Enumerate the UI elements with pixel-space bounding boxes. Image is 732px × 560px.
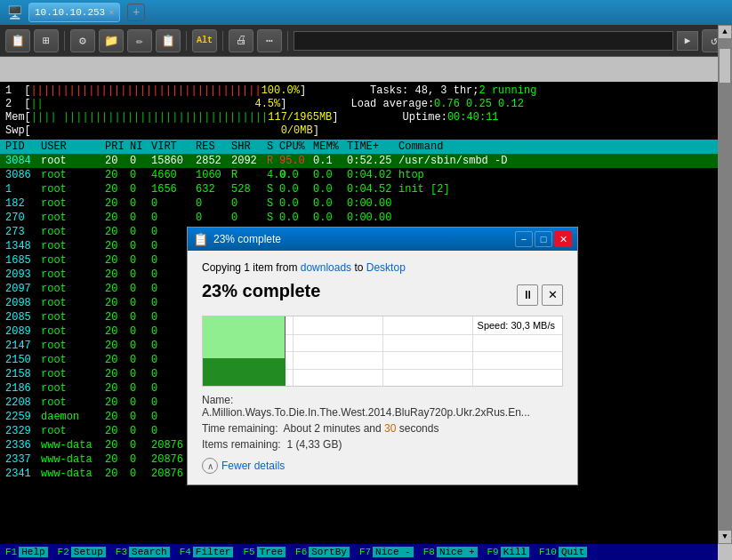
- col-pid: PID: [5, 140, 41, 153]
- tasks-running: 2 running: [479, 84, 537, 98]
- dialog-minimize-button[interactable]: −: [515, 231, 533, 247]
- alt-button[interactable]: Alt: [192, 29, 217, 52]
- time-value: About 2 minutes and: [284, 422, 384, 435]
- name-value: A.Million.Ways.To.Die.In.The.West.2014.B…: [202, 406, 530, 419]
- table-row[interactable]: 1 root 20 0 1656 632 528 S 0.0 0.0 0:04.…: [0, 182, 718, 196]
- share-button[interactable]: ⋯: [257, 29, 282, 52]
- taskbar: 🖥️ 10.10.10.253 ✕ +: [0, 0, 732, 25]
- time-suffix: seconds: [399, 422, 439, 435]
- duplicate-button[interactable]: ⊞: [34, 29, 59, 52]
- dialog-titlebar: 📋 23% complete − □ ✕: [188, 228, 577, 251]
- table-row[interactable]: 3084 root 20 0 15860 2852 2092 R 95.0 0.…: [0, 154, 718, 168]
- setup-label: Setup: [71, 547, 106, 557]
- f1-help[interactable]: F1 Help: [0, 544, 52, 560]
- f4-label: F4: [178, 547, 193, 557]
- col-virt: VIRT: [151, 140, 196, 153]
- pause-button[interactable]: ⏸: [517, 284, 538, 306]
- search-label: Search: [129, 547, 170, 557]
- copying-label: Copying 1 item from: [202, 261, 301, 274]
- f10-quit[interactable]: F10 Quit: [534, 544, 591, 560]
- toolbar-separator: [64, 31, 65, 51]
- time-highlight: 30: [384, 422, 396, 435]
- swp-val: 0/0MB: [31, 124, 313, 138]
- items-row: Items remaining: 1 (4,33 GB): [202, 438, 563, 451]
- cpu2-bracket-open: [: [18, 98, 30, 111]
- toolbar-separator4: [287, 31, 288, 51]
- from-link[interactable]: downloads: [301, 261, 351, 274]
- mem-val: 117/1965MB: [268, 111, 332, 124]
- f7-nice-minus[interactable]: F7 Nice -: [354, 544, 418, 560]
- cpu2-label: 2: [5, 98, 18, 111]
- paste-button[interactable]: 📋: [156, 29, 181, 52]
- scroll-thumb[interactable]: [719, 48, 731, 84]
- f9-label: F9: [486, 547, 501, 557]
- mem-bracket-close: ]: [332, 111, 338, 124]
- toolbar-separator3: [222, 31, 223, 51]
- progress-percent-label: 23% complete: [202, 281, 320, 301]
- swp-row: Swp[ 0/0MB ]: [5, 124, 712, 138]
- progress-chart: Speed: 30,3 MB/s: [202, 316, 563, 387]
- items-value: 1 (4,33 GB): [286, 438, 342, 451]
- uptime-text: Uptime:: [403, 111, 447, 124]
- cpu2-bracket-close: ]: [280, 98, 286, 111]
- htop-header: 1 [ ||||||||||||||||||||||||||||||||||||…: [0, 82, 718, 140]
- print-button[interactable]: 🖨: [229, 29, 253, 52]
- cancel-copy-button[interactable]: ✕: [542, 284, 563, 306]
- filter-label: Filter: [193, 547, 234, 557]
- file-button[interactable]: 📁: [99, 29, 124, 52]
- f2-setup[interactable]: F2 Setup: [52, 544, 110, 560]
- col-cpu: CPU%: [279, 140, 313, 153]
- dialog-copy-icon: 📋: [193, 232, 208, 246]
- dialog-title: 23% complete: [213, 233, 513, 245]
- dialog-maximize-button[interactable]: □: [535, 231, 552, 247]
- load-text: Load average:: [350, 98, 434, 111]
- cpu1-row: 1 [ ||||||||||||||||||||||||||||||||||||…: [5, 84, 712, 98]
- table-row[interactable]: 270 root 20 0 0 0 0 S 0.0 0.0 0:00.00: [0, 211, 718, 225]
- address-bar[interactable]: [294, 31, 673, 51]
- dialog-body: Copying 1 item from downloads to Desktop…: [188, 251, 577, 484]
- f4-filter[interactable]: F4 Filter: [174, 544, 238, 560]
- col-ni: NI: [130, 140, 151, 153]
- help-label: Help: [19, 547, 47, 557]
- col-user: USER: [41, 140, 105, 153]
- settings-button[interactable]: ⚙: [70, 29, 95, 52]
- col-shr: SHR: [231, 140, 267, 153]
- cpu1-bracket-close: ]: [300, 84, 306, 98]
- fewer-details-button[interactable]: ∧ Fewer details: [202, 458, 563, 474]
- f2-label: F2: [56, 547, 71, 557]
- to-link[interactable]: Desktop: [366, 261, 406, 274]
- quit-label: Quit: [559, 547, 587, 557]
- f1-label: F1: [4, 547, 19, 557]
- swp-label: Swp[: [5, 124, 31, 138]
- scroll-down-arrow[interactable]: ▼: [718, 530, 732, 544]
- time-field-label: Time remaining:: [202, 422, 278, 435]
- f6-sortby[interactable]: F6 SortBy: [290, 544, 354, 560]
- f5-tree[interactable]: F5 Tree: [237, 544, 290, 560]
- toolbar-separator2: [186, 31, 187, 51]
- f3-search[interactable]: F3 Search: [110, 544, 174, 560]
- f8-nice-plus[interactable]: F8 Nice +: [418, 544, 482, 560]
- tab-close-icon[interactable]: ✕: [109, 7, 114, 18]
- dialog-close-button[interactable]: ✕: [554, 231, 572, 247]
- fewer-details-label: Fewer details: [221, 460, 285, 472]
- cpu1-bracket-open: [: [18, 84, 30, 98]
- swp-bracket-close: ]: [313, 124, 319, 138]
- f9-kill[interactable]: F9 Kill: [482, 544, 535, 560]
- edit-button[interactable]: ✏: [127, 29, 152, 52]
- new-tab-button[interactable]: +: [127, 4, 145, 21]
- items-field-label: Items remaining:: [202, 438, 281, 451]
- tab-terminal[interactable]: 10.10.10.253 ✕: [28, 3, 120, 22]
- new-session-button[interactable]: 📋: [5, 29, 30, 52]
- cpu1-label: 1: [5, 84, 18, 98]
- uptime-val: 00:40:11: [447, 111, 499, 124]
- scroll-track[interactable]: [718, 39, 732, 530]
- nice-minus-label: Nice -: [373, 547, 414, 557]
- scroll-up-arrow[interactable]: ▲: [718, 25, 732, 39]
- tree-label: Tree: [257, 547, 286, 557]
- speed-label: Speed: 30,3 MB/s: [478, 320, 555, 331]
- copy-from-text: Copying 1 item from downloads to Desktop: [202, 261, 563, 274]
- cpu2-bar-green: ||: [30, 98, 43, 111]
- table-row[interactable]: 182 root 20 0 0 0 0 S 0.0 0.0 0:00.00: [0, 196, 718, 211]
- go-button[interactable]: ▶: [677, 31, 698, 51]
- table-row[interactable]: 3086 root 20 0 4660 1060 R 4.0 0.0 0.0 0…: [0, 168, 718, 182]
